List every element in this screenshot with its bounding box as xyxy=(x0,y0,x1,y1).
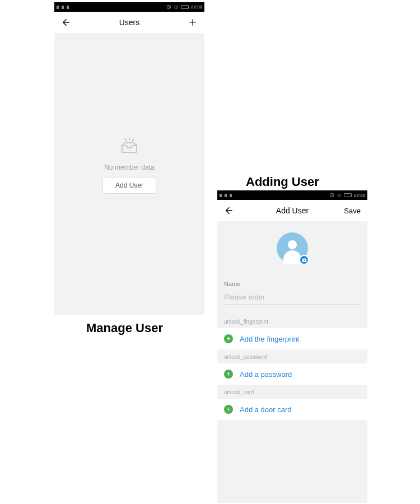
add-user-screen: 22:30 Add User Save Name xyxy=(217,190,367,503)
add-user-button[interactable]: Add User xyxy=(102,177,156,194)
status-bar: 22:30 xyxy=(217,190,367,200)
add-card-label: Add a door card xyxy=(240,405,292,414)
alarm-icon xyxy=(337,193,342,198)
status-time: 22:30 xyxy=(354,193,365,198)
empty-state: No member data Add User xyxy=(54,33,204,315)
inbox-icon xyxy=(119,138,139,158)
add-card-row[interactable]: + Add a door card xyxy=(217,399,367,420)
manage-user-screen: 22:30 Users No xyxy=(54,2,204,315)
status-time: 22:30 xyxy=(191,4,202,10)
add-icon[interactable] xyxy=(188,17,198,27)
dnd-icon xyxy=(329,193,334,198)
name-label: Name xyxy=(224,281,361,287)
plus-icon: + xyxy=(224,334,233,343)
avatar-section xyxy=(217,221,367,275)
svg-line-1 xyxy=(167,6,170,8)
avatar[interactable] xyxy=(277,232,308,264)
add-caption: Adding User xyxy=(246,175,319,189)
svg-point-17 xyxy=(304,259,305,261)
back-arrow-icon[interactable] xyxy=(224,206,234,216)
name-section: Name xyxy=(217,275,367,306)
plus-icon: + xyxy=(224,370,233,379)
add-password-label: Add a password xyxy=(240,370,292,379)
content-area: Name unlock_fingerprint + Add the finger… xyxy=(217,221,367,503)
back-arrow-icon[interactable] xyxy=(61,17,71,27)
navbar: Users xyxy=(54,12,204,33)
battery-icon xyxy=(344,193,352,197)
add-fingerprint-row[interactable]: + Add the fingerprint xyxy=(217,328,367,349)
unlock-list: unlock_fingerprint + Add the fingerprint… xyxy=(217,306,367,420)
dnd-icon xyxy=(166,4,171,10)
svg-line-10 xyxy=(132,139,134,141)
alarm-icon xyxy=(174,4,179,10)
plus-icon: + xyxy=(224,405,233,414)
group-password: unlock_password xyxy=(217,349,367,363)
add-fingerprint-label: Add the fingerprint xyxy=(240,335,299,343)
group-fingerprint: unlock_fingerprint xyxy=(217,314,367,328)
manage-caption: Manage User xyxy=(86,321,163,335)
battery-icon xyxy=(181,5,189,9)
add-password-row[interactable]: + Add a password xyxy=(217,363,367,385)
group-card: unlock_card xyxy=(217,385,367,399)
content-area: No member data Add User xyxy=(54,33,204,315)
name-input[interactable] xyxy=(224,291,361,305)
svg-line-12 xyxy=(330,194,333,197)
svg-line-9 xyxy=(125,139,127,141)
empty-text: No member data xyxy=(104,164,154,171)
save-button[interactable]: Save xyxy=(344,207,361,215)
navbar: Add User Save xyxy=(217,200,367,221)
status-bar: 22:30 xyxy=(54,2,204,12)
camera-icon[interactable] xyxy=(299,255,309,265)
